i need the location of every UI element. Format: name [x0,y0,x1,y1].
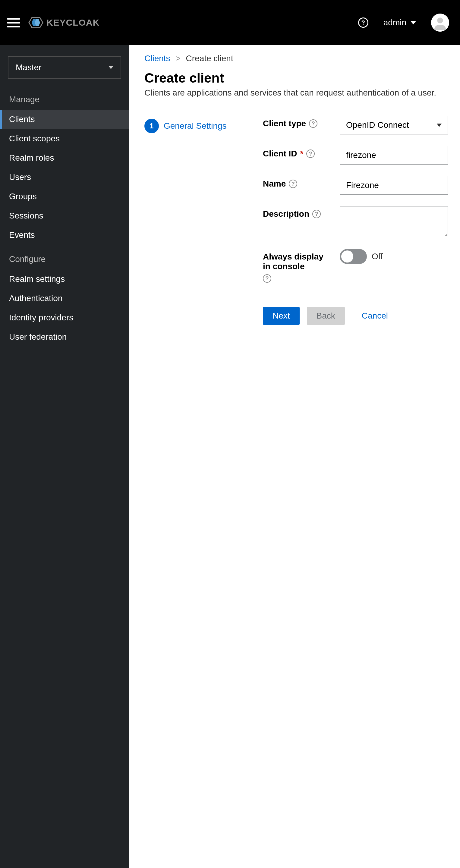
required-indicator: * [300,149,304,158]
label-name: Name ? [263,176,331,189]
sidebar-item-realm-settings[interactable]: Realm settings [0,270,129,289]
toggle-always-display[interactable] [340,249,367,264]
cancel-button[interactable]: Cancel [352,307,398,325]
realm-selector[interactable]: Master [8,56,121,79]
breadcrumb-current: Create client [186,54,233,63]
help-icon[interactable]: ? [306,150,315,158]
sidebar-item-user-federation[interactable]: User federation [0,327,129,347]
form-group-client-type: Client type ? OpenID Connect [263,116,448,134]
header-right: ? admin [358,13,449,32]
help-icon[interactable]: ? [312,210,321,218]
select-client-type-value: OpenID Connect [346,120,409,130]
sidebar-item-events[interactable]: Events [0,225,129,245]
select-client-type[interactable]: OpenID Connect [340,116,448,134]
label-always-display: Always display in console ? [263,249,331,283]
toggle-label-always-display: Off [372,252,383,261]
label-always-display-text: Always display in console [263,252,331,271]
page-title: Create client [144,70,448,86]
caret-down-icon [437,124,441,127]
label-client-id: Client ID * ? [263,146,331,158]
hamburger-menu-icon[interactable] [7,18,20,27]
user-name: admin [384,18,406,27]
sidebar-item-sessions[interactable]: Sessions [0,206,129,225]
avatar[interactable] [431,13,449,32]
label-description-text: Description [263,209,309,219]
logo-text: KEYCLOAK [47,18,99,28]
page-subtitle: Clients are applications and services th… [144,88,448,98]
input-name[interactable] [340,176,448,195]
sidebar: Master Manage Clients Client scopes Real… [0,45,129,868]
sidebar-item-authentication[interactable]: Authentication [0,289,129,308]
label-name-text: Name [263,179,286,189]
breadcrumb-link-clients[interactable]: Clients [144,54,170,63]
help-icon[interactable]: ? [309,119,317,128]
textarea-description[interactable] [340,206,448,236]
toggle-knob [341,250,353,262]
help-icon[interactable]: ? [289,180,297,188]
step-label: General Settings [164,121,227,131]
label-client-type: Client type ? [263,116,331,128]
main-layout: Master Manage Clients Client scopes Real… [0,45,460,868]
wizard-nav: 1 General Settings [144,116,235,325]
step-number-badge: 1 [144,119,159,133]
help-icon[interactable]: ? [263,274,271,283]
app-header: KEYCLOAK ? admin [0,0,460,45]
next-button[interactable]: Next [263,307,300,325]
logo[interactable]: KEYCLOAK [28,15,99,30]
wizard-footer: Next Back Cancel [263,307,448,325]
label-client-id-text: Client ID [263,149,297,158]
input-client-id[interactable] [340,146,448,164]
sidebar-item-realm-roles[interactable]: Realm roles [0,148,129,167]
breadcrumb-separator: > [176,54,180,63]
back-button[interactable]: Back [307,307,345,325]
toggle-wrapper-always-display: Off [340,249,448,264]
form-group-client-id: Client ID * ? [263,146,448,164]
user-menu[interactable]: admin [384,18,416,27]
breadcrumb: Clients > Create client [144,54,448,63]
wizard-step-general-settings[interactable]: 1 General Settings [144,116,235,136]
sidebar-item-groups[interactable]: Groups [0,187,129,206]
keycloak-logo-icon [28,15,43,30]
label-description: Description ? [263,206,331,219]
sidebar-item-clients[interactable]: Clients [0,110,129,129]
wizard: 1 General Settings Client type ? [144,116,448,325]
svg-point-3 [437,18,443,23]
header-left: KEYCLOAK [7,15,99,30]
form-group-name: Name ? [263,176,448,195]
caret-down-icon [410,21,416,24]
content-area: Clients > Create client Create client Cl… [129,45,460,868]
nav-section-configure-title: Configure [0,245,129,270]
help-icon[interactable]: ? [358,18,368,28]
avatar-icon [433,16,447,30]
sidebar-item-users[interactable]: Users [0,167,129,187]
form-group-description: Description ? [263,206,448,238]
sidebar-item-identity-providers[interactable]: Identity providers [0,308,129,327]
sidebar-item-client-scopes[interactable]: Client scopes [0,129,129,148]
nav-section-manage-title: Manage [0,85,129,110]
form-group-always-display: Always display in console ? Off [263,249,448,283]
realm-selector-value: Master [16,63,41,72]
wizard-content: Client type ? OpenID Connect [247,116,448,325]
caret-down-icon [109,66,113,69]
label-client-type-text: Client type [263,119,306,128]
